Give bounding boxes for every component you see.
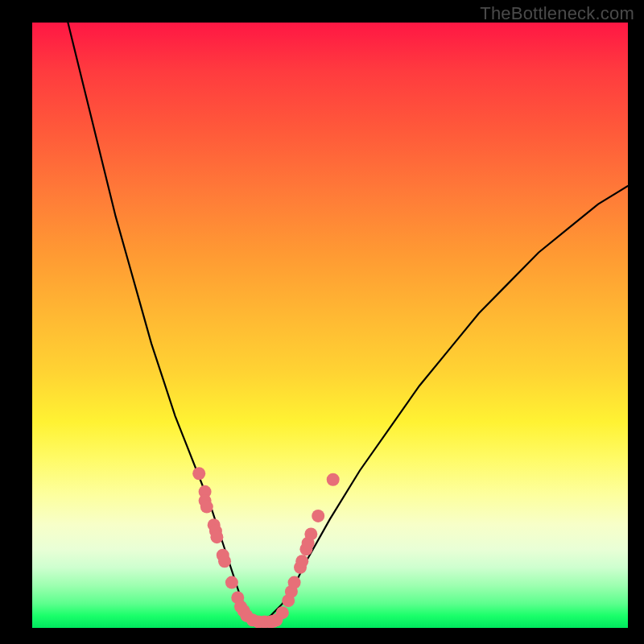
bottleneck-curve-right [258, 186, 628, 621]
data-marker [200, 501, 213, 514]
watermark-text: TheBottleneck.com [480, 3, 634, 24]
data-marker [218, 555, 231, 568]
data-marker [312, 510, 324, 522]
data-marker [327, 473, 340, 486]
data-marker [295, 555, 308, 568]
data-marker [304, 527, 317, 540]
bottleneck-curve-left [68, 23, 258, 621]
data-marker [225, 576, 238, 589]
plot-area [32, 23, 628, 628]
chart-frame: TheBottleneck.com [0, 0, 644, 644]
data-marker [192, 467, 205, 480]
curve-svg [32, 23, 628, 628]
data-marker [276, 606, 289, 619]
data-markers [192, 467, 340, 628]
data-marker [210, 530, 223, 543]
data-marker [288, 576, 301, 589]
